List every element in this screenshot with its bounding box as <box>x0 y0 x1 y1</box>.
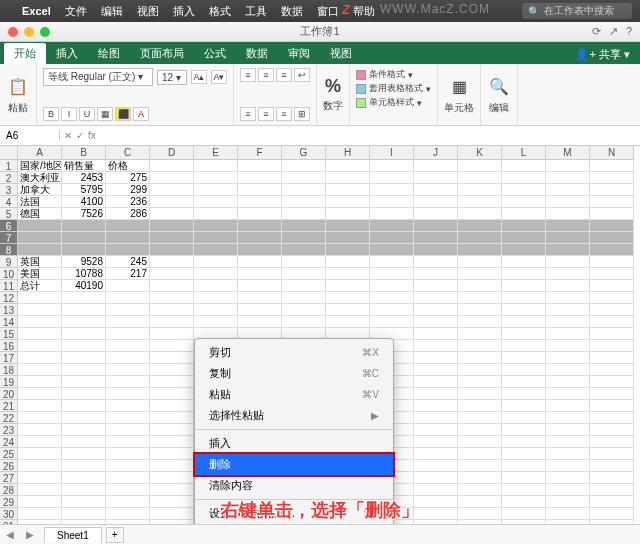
cell[interactable] <box>370 256 414 268</box>
cell[interactable] <box>150 184 194 196</box>
cell[interactable] <box>238 160 282 172</box>
cell[interactable]: 245 <box>106 256 150 268</box>
tab-insert[interactable]: 插入 <box>46 43 88 64</box>
cell[interactable] <box>150 412 194 424</box>
cell[interactable] <box>502 304 546 316</box>
cell[interactable] <box>590 244 634 256</box>
table-format-button[interactable]: 套用表格格式 ▾ <box>356 82 431 95</box>
cell[interactable] <box>590 208 634 220</box>
cell[interactable] <box>414 196 458 208</box>
cell[interactable] <box>238 316 282 328</box>
cell[interactable] <box>590 364 634 376</box>
cell[interactable]: 价格 <box>106 160 150 172</box>
cell[interactable] <box>458 496 502 508</box>
cell[interactable] <box>238 304 282 316</box>
cell[interactable] <box>282 292 326 304</box>
cell[interactable] <box>62 340 106 352</box>
cell[interactable] <box>150 256 194 268</box>
cell[interactable] <box>458 184 502 196</box>
cell[interactable] <box>590 448 634 460</box>
cell[interactable] <box>150 172 194 184</box>
row-header[interactable]: 9 <box>0 256 18 268</box>
cell[interactable] <box>414 508 458 520</box>
row-header[interactable]: 20 <box>0 388 18 400</box>
menu-format[interactable]: 格式 <box>209 4 231 19</box>
cell[interactable] <box>546 484 590 496</box>
cell[interactable] <box>458 364 502 376</box>
cell[interactable] <box>62 400 106 412</box>
row-header[interactable]: 12 <box>0 292 18 304</box>
cell[interactable]: 5795 <box>62 184 106 196</box>
cell[interactable]: 236 <box>106 196 150 208</box>
ctx-item[interactable]: 剪切⌘X <box>195 342 393 363</box>
cell[interactable] <box>414 244 458 256</box>
cell[interactable] <box>502 160 546 172</box>
cell[interactable] <box>546 364 590 376</box>
cell[interactable] <box>106 496 150 508</box>
cell[interactable] <box>590 508 634 520</box>
cell[interactable] <box>414 388 458 400</box>
cell[interactable] <box>590 316 634 328</box>
cell[interactable] <box>150 472 194 484</box>
cell[interactable] <box>546 232 590 244</box>
cell[interactable] <box>458 196 502 208</box>
cell[interactable] <box>502 268 546 280</box>
cell[interactable] <box>62 244 106 256</box>
align-mid-button[interactable]: ≡ <box>258 68 274 82</box>
cell[interactable] <box>106 244 150 256</box>
cell[interactable] <box>458 412 502 424</box>
cell[interactable] <box>18 316 62 328</box>
cell[interactable]: 美国 <box>18 268 62 280</box>
cell[interactable] <box>414 448 458 460</box>
cell[interactable] <box>414 400 458 412</box>
row-header[interactable]: 24 <box>0 436 18 448</box>
cell[interactable] <box>502 460 546 472</box>
tab-data[interactable]: 数据 <box>236 43 278 64</box>
cell[interactable] <box>106 520 150 524</box>
row-header[interactable]: 21 <box>0 400 18 412</box>
cell[interactable] <box>326 160 370 172</box>
cell[interactable] <box>590 520 634 524</box>
col-header[interactable]: E <box>194 146 238 160</box>
cell[interactable] <box>546 244 590 256</box>
select-all-cell[interactable] <box>0 146 18 160</box>
cell[interactable] <box>150 196 194 208</box>
cell[interactable] <box>546 328 590 340</box>
cell[interactable] <box>414 472 458 484</box>
underline-button[interactable]: U <box>79 107 95 121</box>
cell[interactable] <box>590 340 634 352</box>
cell[interactable] <box>458 280 502 292</box>
cell[interactable] <box>590 424 634 436</box>
cell[interactable] <box>18 460 62 472</box>
col-header[interactable]: M <box>546 146 590 160</box>
cell[interactable] <box>370 316 414 328</box>
cell[interactable] <box>194 268 238 280</box>
cell[interactable] <box>150 304 194 316</box>
row-header[interactable]: 17 <box>0 352 18 364</box>
cell[interactable]: 总计 <box>18 280 62 292</box>
border-button[interactable]: ▦ <box>97 107 113 121</box>
cell[interactable] <box>106 448 150 460</box>
row-header[interactable]: 19 <box>0 376 18 388</box>
cell[interactable] <box>238 232 282 244</box>
cell[interactable]: 法国 <box>18 196 62 208</box>
cell[interactable] <box>18 496 62 508</box>
cell[interactable] <box>150 400 194 412</box>
cell[interactable] <box>458 448 502 460</box>
cell[interactable] <box>370 196 414 208</box>
cell[interactable] <box>194 184 238 196</box>
row-header[interactable]: 5 <box>0 208 18 220</box>
cell[interactable] <box>106 304 150 316</box>
cell[interactable]: 2453 <box>62 172 106 184</box>
cell[interactable] <box>502 352 546 364</box>
cell[interactable] <box>18 472 62 484</box>
cell[interactable] <box>458 472 502 484</box>
cell[interactable] <box>18 424 62 436</box>
ctx-item[interactable]: 粘贴⌘V <box>195 384 393 405</box>
cell[interactable] <box>458 508 502 520</box>
cell[interactable] <box>590 352 634 364</box>
cell[interactable] <box>370 304 414 316</box>
cell[interactable] <box>150 208 194 220</box>
app-name[interactable]: Excel <box>22 5 51 17</box>
cell[interactable] <box>62 508 106 520</box>
